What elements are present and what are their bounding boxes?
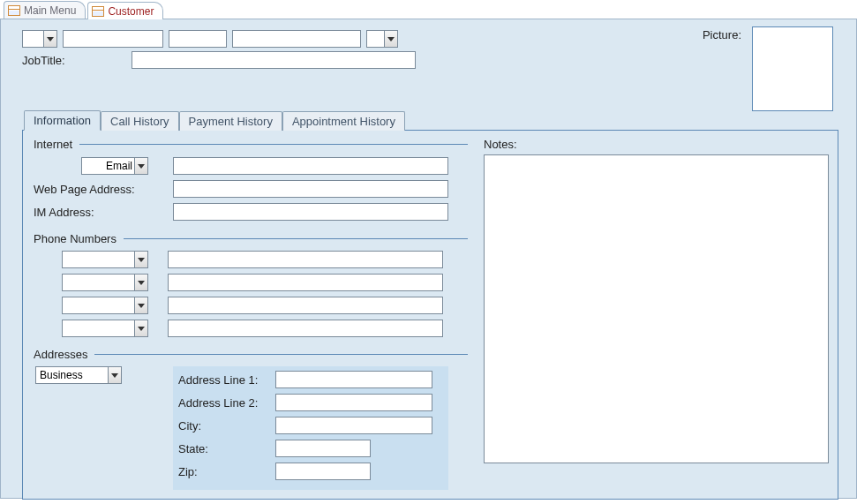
phone-number-input[interactable] (168, 320, 443, 337)
picture-label: Picture: (703, 28, 741, 41)
addr-state-label: State: (178, 442, 275, 455)
tab-payment-history[interactable]: Payment History (179, 111, 282, 131)
phone-type-combo[interactable] (62, 251, 148, 268)
addr-line1-input[interactable] (275, 371, 432, 388)
divider (124, 238, 468, 239)
address-group: Addresses Address Line 1: Address Line 2… (34, 348, 468, 490)
divider (94, 354, 468, 355)
phone-type-input[interactable] (62, 297, 134, 314)
chevron-down-icon (138, 164, 145, 169)
addr-line2-input[interactable] (275, 394, 432, 411)
title-prefix-combo[interactable] (22, 30, 57, 48)
dropdown-button[interactable] (108, 366, 122, 384)
doc-tab-label: Customer (108, 5, 154, 18)
chevron-down-icon (138, 327, 145, 331)
address-type-combo[interactable] (35, 366, 122, 384)
internet-group: Internet Web Page Address: (34, 138, 468, 222)
detail-tab-control: Information Call History Payment History… (22, 109, 838, 500)
phone-number-input[interactable] (168, 297, 443, 314)
phone-type-combo[interactable] (62, 274, 148, 291)
im-input[interactable] (173, 203, 448, 221)
doc-tab-main-menu[interactable]: Main Menu (4, 1, 86, 19)
addr-zip-label: Zip: (178, 465, 275, 478)
form-icon (8, 5, 20, 16)
email-type-input[interactable] (81, 157, 134, 175)
phone-number-input[interactable] (168, 274, 443, 291)
document-tab-bar: Main Menu Customer (0, 0, 857, 19)
job-title-input[interactable] (132, 51, 416, 69)
doc-tab-label: Main Menu (24, 4, 76, 17)
dropdown-button[interactable] (134, 274, 148, 291)
suffix-combo[interactable] (366, 30, 398, 48)
addr-city-label: City: (178, 419, 275, 433)
title-prefix-input[interactable] (22, 30, 43, 48)
phone-type-input[interactable] (62, 274, 134, 291)
chevron-down-icon (138, 281, 145, 285)
picture-box[interactable] (752, 26, 833, 111)
email-type-combo[interactable] (81, 157, 148, 175)
doc-tab-customer[interactable]: Customer (87, 2, 163, 19)
last-name-input[interactable] (232, 30, 361, 48)
group-title: Internet (34, 138, 72, 151)
dropdown-button[interactable] (134, 251, 148, 268)
job-title-label: JobTitle: (22, 54, 126, 67)
chevron-down-icon (47, 37, 54, 41)
tab-information[interactable]: Information (24, 110, 101, 131)
addr-zip-input[interactable] (275, 463, 371, 480)
tab-appointment-history[interactable]: Appointment History (282, 111, 405, 131)
suffix-input[interactable] (366, 30, 384, 48)
phone-type-input[interactable] (62, 251, 134, 268)
phone-type-input[interactable] (62, 320, 134, 337)
tab-call-history[interactable]: Call History (101, 111, 178, 131)
dropdown-button[interactable] (43, 30, 57, 48)
phone-type-combo[interactable] (62, 320, 148, 337)
notes-label: Notes: (484, 138, 829, 151)
phone-number-input[interactable] (168, 251, 443, 268)
dropdown-button[interactable] (384, 30, 398, 48)
customer-form: Picture: JobTitle: Information Call Hist… (0, 19, 857, 499)
notes-textarea[interactable] (484, 154, 829, 463)
phone-type-combo[interactable] (62, 297, 148, 314)
dropdown-button[interactable] (134, 297, 148, 314)
web-input[interactable] (173, 180, 448, 198)
addr-city-input[interactable] (275, 417, 432, 434)
group-title: Addresses (34, 348, 87, 361)
dropdown-button[interactable] (134, 320, 148, 337)
addr-line2-label: Address Line 2: (178, 396, 275, 410)
address-type-input[interactable] (35, 366, 108, 384)
first-name-input[interactable] (63, 30, 163, 48)
group-title: Phone Numbers (34, 232, 117, 245)
chevron-down-icon (138, 304, 145, 308)
addr-state-input[interactable] (275, 440, 371, 457)
middle-name-input[interactable] (169, 30, 227, 48)
form-icon (92, 6, 104, 17)
web-label: Web Page Address: (34, 183, 173, 196)
phone-group: Phone Numbers (34, 232, 468, 337)
divider (79, 144, 468, 145)
dropdown-button[interactable] (134, 157, 148, 175)
chevron-down-icon (138, 258, 145, 262)
chevron-down-icon (387, 37, 395, 41)
email-input[interactable] (173, 157, 448, 175)
chevron-down-icon (111, 373, 118, 378)
im-label: IM Address: (34, 206, 173, 219)
addr-line1-label: Address Line 1: (178, 373, 275, 387)
